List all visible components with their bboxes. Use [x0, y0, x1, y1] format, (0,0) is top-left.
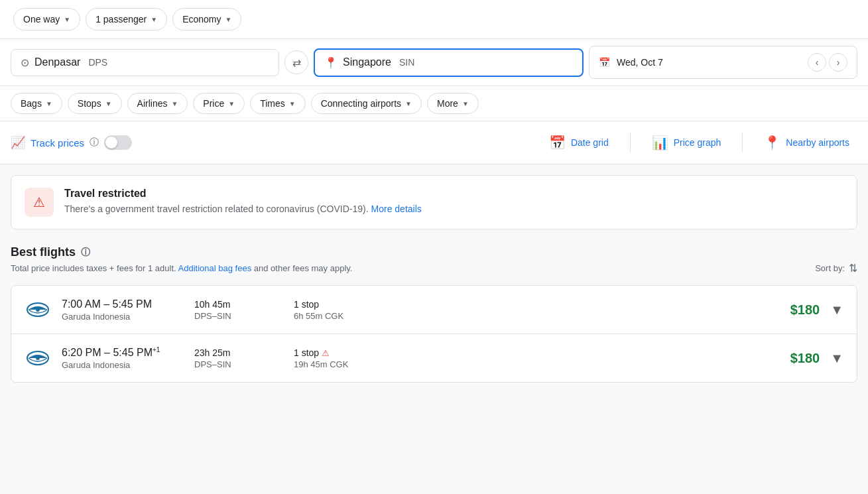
flight-route-0: DPS–SIN — [194, 311, 280, 321]
alert-more-details-link[interactable]: More details — [371, 204, 422, 214]
flight-stop-detail-1: 19h 45m CGK — [294, 359, 400, 369]
swap-icon: ⇄ — [292, 56, 301, 69]
date-next-button[interactable]: › — [829, 53, 847, 72]
filter-bar: Bags ▼ Stops ▼ Airlines ▼ Price ▼ Times … — [0, 86, 868, 121]
date-navigation: ‹ › — [808, 53, 847, 72]
alert-title: Travel restricted — [64, 188, 422, 200]
top-bar: One way ▼ 1 passenger ▼ Economy ▼ — [0, 0, 868, 39]
connecting-airports-chevron: ▼ — [405, 100, 412, 107]
origin-field[interactable]: ⊙ Denpasar DPS — [11, 49, 279, 76]
nearby-airports-option[interactable]: 📍 Nearby airports — [756, 131, 857, 154]
trip-type-label: One way — [23, 14, 60, 25]
stops-chevron: ▼ — [105, 100, 112, 107]
bags-filter[interactable]: Bags ▼ — [11, 93, 62, 114]
trip-type-selector[interactable]: One way ▼ — [13, 8, 80, 31]
flight-row[interactable]: 6:20 PM – 5:45 PM+1 Garuda Indonesia 23h… — [11, 334, 857, 382]
warning-icon-1: ⚠ — [322, 348, 330, 358]
flight-price-1: $180 — [790, 351, 820, 366]
alert-description: There's a government travel restriction … — [64, 204, 422, 214]
stops-text-1: 1 stop — [294, 347, 322, 358]
connecting-airports-label: Connecting airports — [321, 98, 401, 109]
divider-1 — [630, 133, 631, 153]
stops-filter[interactable]: Stops ▼ — [68, 93, 122, 114]
cabin-class-selector[interactable]: Economy ▼ — [172, 8, 241, 31]
price-graph-option[interactable]: 📊 Price graph — [644, 131, 729, 154]
superscript-1: +1 — [153, 346, 160, 353]
search-row: ⊙ Denpasar DPS ⇄ 📍 Singapore SIN 📅 Wed, … — [0, 39, 868, 86]
origin-code: DPS — [88, 57, 107, 68]
more-label: More — [437, 98, 458, 109]
date-grid-option[interactable]: 📅 Date grid — [541, 131, 617, 154]
flight-airline-1: Garuda Indonesia — [62, 360, 181, 370]
flight-time-section-1: 6:20 PM – 5:45 PM+1 Garuda Indonesia — [62, 346, 181, 370]
depart-time-0: 7:00 AM — [62, 298, 101, 310]
garuda-svg-1 — [26, 346, 50, 370]
main-content: ⚠ Travel restricted There's a government… — [0, 164, 868, 393]
flight-price-0: $180 — [790, 302, 820, 318]
additional-fees-link[interactable]: Additional bag fees — [178, 263, 252, 273]
flight-duration-1: 23h 25m — [194, 347, 280, 358]
stops-label: Stops — [78, 98, 101, 109]
price-graph-icon: 📊 — [652, 135, 668, 151]
time-separator-0: – — [103, 298, 112, 310]
date-label: Wed, Oct 7 — [617, 57, 663, 68]
cabin-class-chevron: ▼ — [225, 16, 231, 23]
date-prev-button[interactable]: ‹ — [808, 53, 826, 72]
origin-city: Denpasar — [34, 56, 80, 68]
track-prices-row: 📈 Track prices ⓘ 📅 Date grid 📊 Price gra… — [0, 121, 868, 164]
price-label: Price — [203, 98, 224, 109]
price-filter[interactable]: Price ▼ — [193, 93, 245, 114]
airlines-chevron: ▼ — [171, 100, 178, 107]
more-filter[interactable]: More ▼ — [427, 93, 479, 114]
garuda-svg-0 — [26, 298, 50, 322]
connecting-airports-filter[interactable]: Connecting airports ▼ — [311, 93, 422, 114]
cabin-class-label: Economy — [182, 14, 221, 25]
destination-field[interactable]: 📍 Singapore SIN — [314, 48, 584, 77]
divider-2 — [742, 133, 743, 153]
flight-time-0: 7:00 AM – 5:45 PM — [62, 298, 181, 310]
alert-description-text: There's a government travel restriction … — [64, 204, 369, 214]
flight-price-section-0: $180 ▼ — [790, 302, 843, 318]
airlines-label: Airlines — [137, 98, 168, 109]
destination-icon: 📍 — [324, 56, 338, 69]
times-filter[interactable]: Times ▼ — [250, 93, 306, 114]
times-chevron: ▼ — [289, 100, 296, 107]
flight-stops-section-0: 1 stop 6h 55m CGK — [294, 299, 400, 321]
expand-button-1[interactable]: ▼ — [830, 351, 843, 366]
track-prices-toggle[interactable] — [104, 135, 132, 150]
subtitle-suffix: and other fees may apply. — [254, 263, 353, 273]
airline-logo-0 — [25, 296, 51, 323]
calendar-icon: 📅 — [599, 57, 610, 68]
airlines-filter[interactable]: Airlines ▼ — [127, 93, 188, 114]
date-grid-label: Date grid — [571, 137, 609, 148]
track-prices-label: Track prices — [31, 137, 84, 149]
flight-stop-detail-0: 6h 55m CGK — [294, 311, 400, 321]
best-flights-subtitle: Total price includes taxes + fees for 1 … — [11, 262, 857, 275]
track-prices-info-icon[interactable]: ⓘ — [90, 137, 99, 149]
bags-chevron: ▼ — [46, 100, 52, 107]
price-chevron: ▼ — [228, 100, 235, 107]
expand-button-0[interactable]: ▼ — [830, 302, 843, 318]
flight-price-section-1: $180 ▼ — [790, 351, 843, 366]
nearby-airports-label: Nearby airports — [786, 137, 849, 148]
arrive-time-0: 5:45 PM — [113, 298, 153, 310]
swap-button[interactable]: ⇄ — [284, 50, 308, 74]
nearby-airports-icon: 📍 — [764, 135, 780, 151]
flight-duration-0: 10h 45m — [194, 299, 280, 310]
passengers-selector[interactable]: 1 passenger ▼ — [86, 8, 167, 31]
svg-point-3 — [36, 356, 40, 360]
flight-time-section-0: 7:00 AM – 5:45 PM Garuda Indonesia — [62, 298, 181, 322]
flight-list: 7:00 AM – 5:45 PM Garuda Indonesia 10h 4… — [11, 285, 857, 383]
best-flights-subtitle-text: Total price includes taxes + fees for 1 … — [11, 263, 352, 273]
date-field[interactable]: 📅 Wed, Oct 7 ‹ › — [589, 46, 857, 79]
sort-icon[interactable]: ⇅ — [849, 262, 857, 275]
flight-stops-1: 1 stop ⚠ — [294, 347, 400, 358]
track-left: 📈 Track prices ⓘ — [11, 135, 132, 150]
airline-logo-1 — [25, 345, 51, 371]
alert-body: Travel restricted There's a government t… — [64, 188, 422, 214]
track-right: 📅 Date grid 📊 Price graph 📍 Nearby airpo… — [541, 131, 857, 154]
flight-row[interactable]: 7:00 AM – 5:45 PM Garuda Indonesia 10h 4… — [11, 286, 857, 334]
flight-airline-0: Garuda Indonesia — [62, 312, 181, 322]
more-chevron: ▼ — [462, 100, 469, 107]
best-flights-info-icon[interactable]: ⓘ — [81, 247, 90, 259]
